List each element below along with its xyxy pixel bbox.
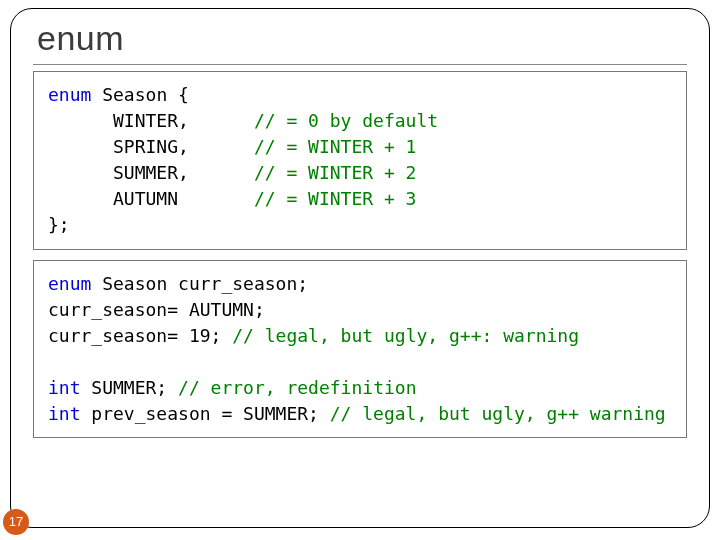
comment: // error, redefinition	[178, 377, 416, 398]
code-text: SPRING,	[48, 136, 254, 157]
code-text: curr_season= 19;	[48, 325, 232, 346]
comment: // = WINTER + 3	[254, 188, 417, 209]
keyword-enum: enum	[48, 84, 91, 105]
code-text: AUTUMN	[48, 188, 254, 209]
comment: // = 0 by default	[254, 110, 438, 131]
code-text: curr_season= AUTUMN;	[48, 299, 265, 320]
comment: // legal, but ugly, g++: warning	[232, 325, 579, 346]
keyword-int: int	[48, 377, 81, 398]
keyword-enum: enum	[48, 273, 91, 294]
comment: // = WINTER + 2	[254, 162, 417, 183]
code-text: Season {	[91, 84, 189, 105]
code-text: WINTER,	[48, 110, 254, 131]
code-block-enum-usage: enum Season curr_season; curr_season= AU…	[33, 260, 687, 439]
code-text: prev_season = SUMMER;	[81, 403, 330, 424]
code-text: SUMMER,	[48, 162, 254, 183]
comment: // legal, but ugly, g++ warning	[330, 403, 666, 424]
code-text: SUMMER;	[81, 377, 179, 398]
keyword-int: int	[48, 403, 81, 424]
code-text: Season curr_season;	[91, 273, 308, 294]
slide-title: enum	[37, 19, 687, 58]
code-block-enum-def: enum Season { WINTER, // = 0 by default …	[33, 71, 687, 250]
comment: // = WINTER + 1	[254, 136, 417, 157]
slide-frame: enum enum Season { WINTER, // = 0 by def…	[10, 8, 710, 528]
slide-number-badge: 17	[3, 509, 29, 535]
code-text: };	[48, 214, 70, 235]
title-divider	[33, 64, 687, 65]
